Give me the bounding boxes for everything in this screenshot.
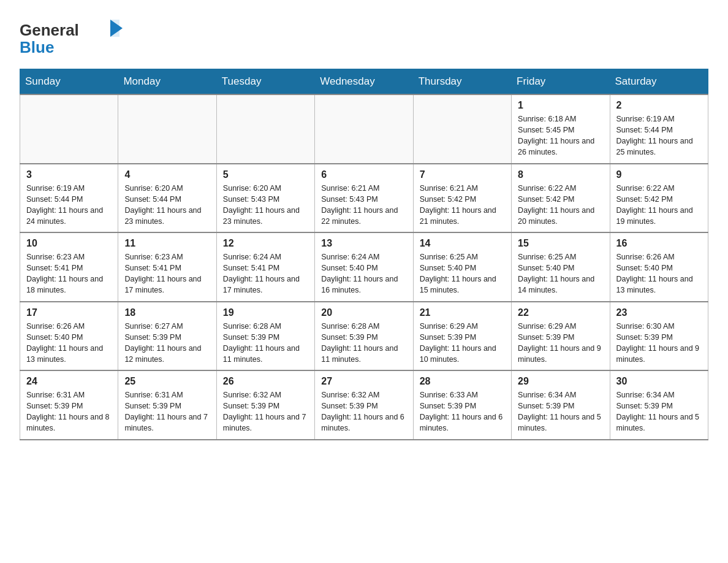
calendar-cell: 19Sunrise: 6:28 AMSunset: 5:39 PMDayligh… xyxy=(216,302,314,371)
day-info: Sunrise: 6:31 AMSunset: 5:39 PMDaylight:… xyxy=(124,389,210,434)
day-number: 15 xyxy=(518,238,603,249)
calendar-cell: 26Sunrise: 6:32 AMSunset: 5:39 PMDayligh… xyxy=(216,370,314,440)
day-number: 6 xyxy=(321,169,406,180)
calendar-cell: 20Sunrise: 6:28 AMSunset: 5:39 PMDayligh… xyxy=(315,302,413,371)
day-number: 3 xyxy=(26,169,112,180)
day-info: Sunrise: 6:20 AMSunset: 5:43 PMDaylight:… xyxy=(223,183,308,228)
day-number: 18 xyxy=(124,307,210,318)
weekday-header-friday: Friday xyxy=(512,69,610,95)
calendar-cell xyxy=(118,94,216,164)
day-info: Sunrise: 6:33 AMSunset: 5:39 PMDaylight:… xyxy=(420,389,505,434)
calendar-cell: 27Sunrise: 6:32 AMSunset: 5:39 PMDayligh… xyxy=(315,370,413,440)
day-info: Sunrise: 6:22 AMSunset: 5:42 PMDaylight:… xyxy=(616,183,702,228)
calendar-cell: 2Sunrise: 6:19 AMSunset: 5:44 PMDaylight… xyxy=(610,94,708,164)
day-number: 1 xyxy=(518,100,603,111)
svg-text:Blue: Blue xyxy=(20,38,54,56)
weekday-header-tuesday: Tuesday xyxy=(216,69,314,95)
day-number: 9 xyxy=(616,169,702,180)
day-info: Sunrise: 6:30 AMSunset: 5:39 PMDaylight:… xyxy=(616,321,702,366)
day-info: Sunrise: 6:31 AMSunset: 5:39 PMDaylight:… xyxy=(26,389,112,434)
calendar-cell xyxy=(413,94,511,164)
calendar-week-row: 17Sunrise: 6:26 AMSunset: 5:40 PMDayligh… xyxy=(20,302,708,371)
day-number: 12 xyxy=(223,238,308,249)
day-info: Sunrise: 6:19 AMSunset: 5:44 PMDaylight:… xyxy=(26,183,112,228)
weekday-header-row: SundayMondayTuesdayWednesdayThursdayFrid… xyxy=(20,69,708,95)
calendar-cell xyxy=(20,94,118,164)
calendar-cell: 11Sunrise: 6:23 AMSunset: 5:41 PMDayligh… xyxy=(118,232,216,302)
weekday-header-monday: Monday xyxy=(118,69,216,95)
calendar-cell: 15Sunrise: 6:25 AMSunset: 5:40 PMDayligh… xyxy=(512,232,610,302)
day-number: 11 xyxy=(124,238,210,249)
day-info: Sunrise: 6:24 AMSunset: 5:40 PMDaylight:… xyxy=(321,251,406,296)
svg-text:General: General xyxy=(20,21,79,39)
calendar-cell: 13Sunrise: 6:24 AMSunset: 5:40 PMDayligh… xyxy=(315,232,413,302)
calendar-cell: 16Sunrise: 6:26 AMSunset: 5:40 PMDayligh… xyxy=(610,232,708,302)
day-number: 10 xyxy=(26,238,112,249)
calendar-week-row: 24Sunrise: 6:31 AMSunset: 5:39 PMDayligh… xyxy=(20,370,708,440)
calendar-cell: 18Sunrise: 6:27 AMSunset: 5:39 PMDayligh… xyxy=(118,302,216,371)
day-info: Sunrise: 6:34 AMSunset: 5:39 PMDaylight:… xyxy=(616,389,702,434)
calendar-cell: 9Sunrise: 6:22 AMSunset: 5:42 PMDaylight… xyxy=(610,164,708,233)
day-info: Sunrise: 6:26 AMSunset: 5:40 PMDaylight:… xyxy=(26,321,112,366)
day-number: 4 xyxy=(124,169,210,180)
day-info: Sunrise: 6:21 AMSunset: 5:42 PMDaylight:… xyxy=(420,183,505,228)
day-number: 23 xyxy=(616,307,702,318)
day-info: Sunrise: 6:25 AMSunset: 5:40 PMDaylight:… xyxy=(518,251,603,296)
calendar-cell: 17Sunrise: 6:26 AMSunset: 5:40 PMDayligh… xyxy=(20,302,118,371)
day-info: Sunrise: 6:18 AMSunset: 5:45 PMDaylight:… xyxy=(518,113,603,158)
day-info: Sunrise: 6:24 AMSunset: 5:41 PMDaylight:… xyxy=(223,251,308,296)
calendar-table: SundayMondayTuesdayWednesdayThursdayFrid… xyxy=(20,69,708,440)
day-number: 25 xyxy=(124,376,210,387)
weekday-header-sunday: Sunday xyxy=(20,69,118,95)
calendar-cell: 30Sunrise: 6:34 AMSunset: 5:39 PMDayligh… xyxy=(610,370,708,440)
day-number: 30 xyxy=(616,376,702,387)
day-number: 26 xyxy=(223,376,308,387)
calendar-week-row: 10Sunrise: 6:23 AMSunset: 5:41 PMDayligh… xyxy=(20,232,708,302)
day-number: 17 xyxy=(26,307,112,318)
day-info: Sunrise: 6:22 AMSunset: 5:42 PMDaylight:… xyxy=(518,183,603,228)
calendar-cell: 6Sunrise: 6:21 AMSunset: 5:43 PMDaylight… xyxy=(315,164,413,233)
calendar-cell: 1Sunrise: 6:18 AMSunset: 5:45 PMDaylight… xyxy=(512,94,610,164)
day-info: Sunrise: 6:19 AMSunset: 5:44 PMDaylight:… xyxy=(616,113,702,158)
calendar-cell xyxy=(315,94,413,164)
day-number: 2 xyxy=(616,100,702,111)
calendar-cell: 14Sunrise: 6:25 AMSunset: 5:40 PMDayligh… xyxy=(413,232,511,302)
calendar-cell: 22Sunrise: 6:29 AMSunset: 5:39 PMDayligh… xyxy=(512,302,610,371)
calendar-cell: 28Sunrise: 6:33 AMSunset: 5:39 PMDayligh… xyxy=(413,370,511,440)
day-number: 20 xyxy=(321,307,406,318)
calendar-cell: 12Sunrise: 6:24 AMSunset: 5:41 PMDayligh… xyxy=(216,232,314,302)
calendar-week-row: 3Sunrise: 6:19 AMSunset: 5:44 PMDaylight… xyxy=(20,164,708,233)
day-info: Sunrise: 6:23 AMSunset: 5:41 PMDaylight:… xyxy=(26,251,112,296)
day-info: Sunrise: 6:21 AMSunset: 5:43 PMDaylight:… xyxy=(321,183,406,228)
day-info: Sunrise: 6:28 AMSunset: 5:39 PMDaylight:… xyxy=(321,321,406,366)
day-number: 29 xyxy=(518,376,603,387)
logo-image: General Blue xyxy=(20,15,130,58)
day-number: 5 xyxy=(223,169,308,180)
day-number: 14 xyxy=(420,238,505,249)
day-number: 28 xyxy=(420,376,505,387)
day-number: 22 xyxy=(518,307,603,318)
day-info: Sunrise: 6:27 AMSunset: 5:39 PMDaylight:… xyxy=(124,321,210,366)
day-info: Sunrise: 6:20 AMSunset: 5:44 PMDaylight:… xyxy=(124,183,210,228)
calendar-cell: 4Sunrise: 6:20 AMSunset: 5:44 PMDaylight… xyxy=(118,164,216,233)
day-info: Sunrise: 6:32 AMSunset: 5:39 PMDaylight:… xyxy=(223,389,308,434)
logo: General Blue xyxy=(20,15,130,58)
day-number: 8 xyxy=(518,169,603,180)
weekday-header-wednesday: Wednesday xyxy=(315,69,413,95)
weekday-header-saturday: Saturday xyxy=(610,69,708,95)
calendar-cell xyxy=(216,94,314,164)
calendar-cell: 29Sunrise: 6:34 AMSunset: 5:39 PMDayligh… xyxy=(512,370,610,440)
day-number: 19 xyxy=(223,307,308,318)
day-number: 24 xyxy=(26,376,112,387)
day-number: 16 xyxy=(616,238,702,249)
calendar-week-row: 1Sunrise: 6:18 AMSunset: 5:45 PMDaylight… xyxy=(20,94,708,164)
calendar-cell: 23Sunrise: 6:30 AMSunset: 5:39 PMDayligh… xyxy=(610,302,708,371)
calendar-cell: 24Sunrise: 6:31 AMSunset: 5:39 PMDayligh… xyxy=(20,370,118,440)
calendar-cell: 21Sunrise: 6:29 AMSunset: 5:39 PMDayligh… xyxy=(413,302,511,371)
day-info: Sunrise: 6:34 AMSunset: 5:39 PMDaylight:… xyxy=(518,389,603,434)
calendar-cell: 5Sunrise: 6:20 AMSunset: 5:43 PMDaylight… xyxy=(216,164,314,233)
calendar-cell: 8Sunrise: 6:22 AMSunset: 5:42 PMDaylight… xyxy=(512,164,610,233)
day-number: 13 xyxy=(321,238,406,249)
day-number: 7 xyxy=(420,169,505,180)
calendar-cell: 3Sunrise: 6:19 AMSunset: 5:44 PMDaylight… xyxy=(20,164,118,233)
